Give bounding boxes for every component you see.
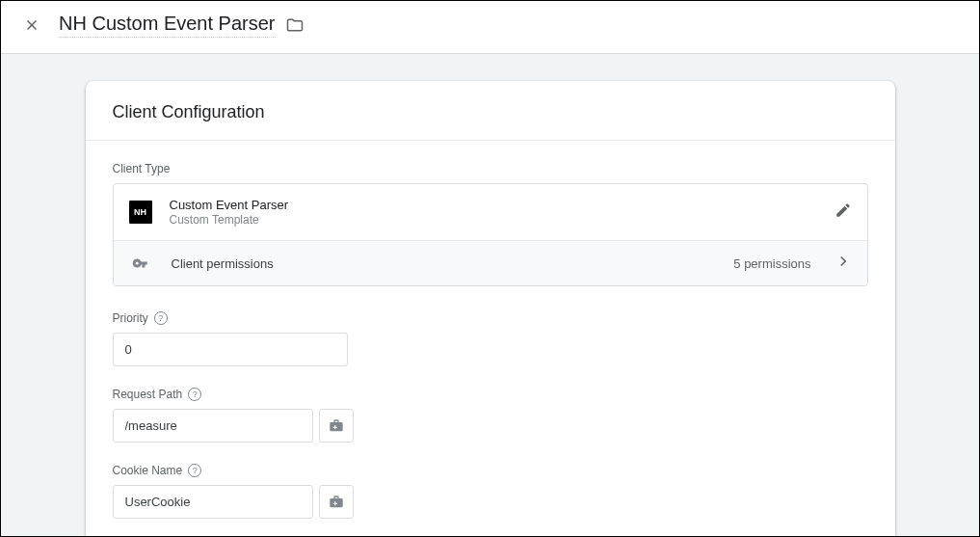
client-permissions-row[interactable]: Client permissions 5 permissions (114, 240, 867, 285)
cookie-name-label: Cookie Name (113, 464, 183, 477)
folder-icon[interactable] (285, 15, 305, 35)
client-name: Custom Event Parser (170, 198, 817, 212)
help-icon[interactable]: ? (188, 388, 201, 401)
request-path-var-button[interactable] (319, 409, 354, 443)
cookie-name-input[interactable] (113, 485, 313, 519)
client-type-box: NH Custom Event Parser Custom Template C… (113, 183, 868, 286)
client-badge: NH (129, 201, 152, 224)
chevron-right-icon (834, 253, 852, 274)
config-card: Client Configuration Client Type NH Cust… (86, 81, 895, 537)
permissions-label: Client permissions (172, 256, 715, 271)
close-button[interactable] (20, 13, 43, 37)
request-path-input[interactable] (113, 409, 313, 443)
page-title[interactable]: NH Custom Event Parser (59, 13, 276, 38)
help-icon[interactable]: ? (188, 464, 201, 477)
priority-label: Priority (113, 311, 148, 325)
permissions-count: 5 permissions (733, 256, 810, 271)
variable-icon (329, 418, 344, 434)
request-path-label: Request Path (113, 388, 183, 401)
card-title: Client Configuration (86, 81, 895, 141)
cookie-name-var-button[interactable] (319, 485, 354, 519)
key-icon (129, 255, 152, 272)
client-type-row[interactable]: NH Custom Event Parser Custom Template (114, 184, 867, 240)
client-sub: Custom Template (170, 213, 817, 227)
variable-icon (329, 495, 344, 510)
priority-input[interactable] (113, 333, 348, 366)
help-icon[interactable]: ? (154, 311, 168, 325)
client-type-label: Client Type (113, 162, 868, 175)
close-icon (23, 16, 40, 34)
edit-icon[interactable] (834, 201, 852, 223)
